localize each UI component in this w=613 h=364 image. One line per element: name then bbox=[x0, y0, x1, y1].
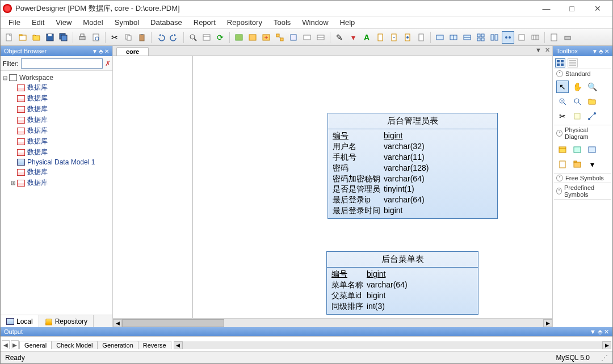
edit-icon[interactable]: ✎ bbox=[333, 31, 346, 44]
reference-tool-icon[interactable] bbox=[586, 143, 598, 156]
entity-table[interactable]: 后台菜单表编号bigint菜单名称varchar(64)父菜单idbigint同… bbox=[326, 251, 478, 315]
paste-icon[interactable] bbox=[136, 31, 148, 44]
tb-btn-17[interactable] bbox=[502, 31, 514, 44]
open-icon[interactable] bbox=[30, 31, 43, 44]
menu-window[interactable]: Window bbox=[296, 17, 334, 28]
output-tab-reverse[interactable]: Reverse bbox=[138, 341, 171, 349]
panel-pin-icon[interactable]: ⬘ bbox=[99, 48, 103, 54]
close-button[interactable]: ✕ bbox=[585, 1, 610, 16]
properties-icon[interactable] bbox=[200, 31, 213, 44]
panel-close-icon[interactable]: ✕ bbox=[104, 48, 109, 54]
panel-dropdown-icon[interactable]: ▼ bbox=[92, 48, 98, 54]
cut-tool-icon[interactable]: ✂ bbox=[556, 110, 569, 122]
zoom-in-icon[interactable]: 🔍 bbox=[586, 81, 598, 93]
tree-node-db[interactable]: 数据库 bbox=[2, 115, 111, 125]
toolbox-pin-icon[interactable]: ⬘ bbox=[599, 48, 603, 54]
package-tool-icon[interactable] bbox=[571, 158, 583, 171]
resize-grip-icon[interactable]: ⋰ bbox=[601, 354, 608, 362]
find-icon[interactable] bbox=[187, 31, 199, 44]
tree-node-db[interactable]: ⊞数据库 bbox=[2, 177, 111, 188]
table-tool-icon[interactable] bbox=[556, 143, 569, 156]
text-icon[interactable]: A bbox=[360, 31, 373, 44]
menu-edit[interactable]: Edit bbox=[26, 17, 50, 28]
tree-node-db[interactable]: 数据库 bbox=[2, 125, 111, 136]
tb-btn-15[interactable] bbox=[475, 31, 487, 44]
tb-btn-19[interactable] bbox=[529, 31, 541, 44]
tb-btn-4[interactable] bbox=[274, 31, 286, 44]
tree-node-db[interactable]: 数据库 bbox=[2, 147, 111, 158]
toolbox-view-grid-icon[interactable] bbox=[555, 58, 565, 67]
menu-file[interactable]: File bbox=[3, 17, 26, 28]
print-preview-icon[interactable] bbox=[90, 31, 102, 44]
toolbox-section-physical[interactable]: ˄Physical Diagram bbox=[554, 125, 611, 141]
toolbox-close-icon[interactable]: ✕ bbox=[604, 48, 609, 54]
tree-node-db[interactable]: 数据库 bbox=[2, 136, 111, 147]
doc-tab-close-icon[interactable]: ✕ bbox=[545, 46, 550, 54]
menu-help[interactable]: Help bbox=[334, 17, 361, 28]
tb-btn-14[interactable] bbox=[461, 31, 473, 44]
menu-repository[interactable]: Repository bbox=[221, 17, 268, 28]
tb-btn-5[interactable] bbox=[287, 31, 300, 44]
tb-btn-12[interactable] bbox=[434, 31, 446, 44]
tb-btn-20[interactable] bbox=[548, 31, 560, 44]
refresh-icon[interactable]: ⟳ bbox=[214, 31, 226, 44]
doc-tab-dropdown-icon[interactable]: ▼ bbox=[535, 46, 541, 54]
scroll-left-icon[interactable]: ◀ bbox=[113, 319, 122, 327]
scroll-right-icon[interactable]: ▶ bbox=[543, 319, 552, 327]
tree-node-db[interactable]: 数据库 bbox=[2, 104, 111, 115]
pointer-tool-icon[interactable]: ↖ bbox=[556, 81, 569, 93]
menu-database[interactable]: Database bbox=[145, 17, 188, 28]
tb-btn-2[interactable] bbox=[246, 31, 259, 44]
toolbox-section-free[interactable]: ˅Free Symbols bbox=[554, 173, 611, 183]
filter-clear-icon[interactable]: ✗ bbox=[105, 58, 111, 69]
tree-node-pdm[interactable]: Physical Data Model 1 bbox=[2, 158, 111, 167]
copy-icon[interactable] bbox=[122, 31, 135, 44]
tb-btn-13[interactable] bbox=[447, 31, 460, 44]
new-icon[interactable] bbox=[3, 31, 15, 44]
output-tab-next-icon[interactable]: ▶ bbox=[11, 340, 19, 349]
output-tab-general[interactable]: General bbox=[19, 341, 52, 349]
tb-btn-21[interactable] bbox=[561, 31, 574, 44]
tb-btn-9[interactable] bbox=[388, 31, 400, 44]
arrow-down-icon[interactable]: ▾ bbox=[347, 31, 359, 44]
tree-root[interactable]: ⊟ Workspace bbox=[2, 73, 111, 82]
tb-btn-8[interactable] bbox=[374, 31, 387, 44]
toolbox-section-standard[interactable]: ˄Standard bbox=[554, 69, 611, 78]
doc-tab-core[interactable]: core bbox=[116, 47, 149, 56]
menu-symbol[interactable]: Symbol bbox=[109, 17, 145, 28]
output-tab-check[interactable]: Check Model bbox=[51, 341, 98, 349]
minimize-button[interactable]: — bbox=[534, 1, 559, 16]
open-diagram-icon[interactable] bbox=[586, 95, 598, 108]
menu-report[interactable]: Report bbox=[188, 17, 221, 28]
maximize-button[interactable]: □ bbox=[559, 1, 585, 16]
tb-btn-11[interactable] bbox=[415, 31, 427, 44]
tb-btn-3[interactable] bbox=[260, 31, 272, 44]
output-close-icon[interactable]: ✕ bbox=[604, 328, 609, 335]
procedure-tool-icon[interactable] bbox=[556, 158, 569, 171]
output-tab-prev-icon[interactable]: ◀ bbox=[2, 340, 10, 349]
zoom-fit-icon[interactable] bbox=[571, 95, 583, 108]
canvas-h-scrollbar[interactable]: ◀ ▶ bbox=[113, 318, 552, 327]
tb-btn-7[interactable] bbox=[314, 31, 327, 44]
tree-node-db[interactable]: 数据库 bbox=[2, 82, 111, 93]
output-pin-icon[interactable]: ⬘ bbox=[598, 328, 602, 335]
print-icon[interactable] bbox=[76, 31, 89, 44]
save-icon[interactable] bbox=[44, 31, 56, 44]
zoom-out-icon[interactable] bbox=[556, 95, 569, 108]
cut-icon[interactable]: ✂ bbox=[108, 31, 121, 44]
hand-tool-icon[interactable]: ✋ bbox=[571, 81, 583, 93]
menu-model[interactable]: Model bbox=[77, 17, 108, 28]
more-tool-icon[interactable]: ▾ bbox=[586, 158, 598, 171]
tb-btn-16[interactable] bbox=[488, 31, 501, 44]
redo-icon[interactable] bbox=[168, 31, 180, 44]
object-tree[interactable]: ⊟ Workspace 数据库数据库数据库数据库数据库数据库数据库Physica… bbox=[1, 71, 112, 315]
tree-node-db[interactable]: 数据库 bbox=[2, 167, 111, 177]
view-tool-icon[interactable] bbox=[571, 143, 583, 156]
tb-btn-1[interactable] bbox=[233, 31, 245, 44]
filter-input[interactable] bbox=[21, 58, 103, 69]
tree-node-db[interactable]: 数据库 bbox=[2, 93, 111, 104]
entity-table[interactable]: 后台管理员表编号bigint用户名varchar(32)手机号varchar(1… bbox=[328, 113, 498, 219]
tab-repository[interactable]: Repository bbox=[39, 315, 94, 327]
output-tab-generation[interactable]: Generation bbox=[97, 341, 138, 349]
output-scrollbar[interactable]: ◀▶ bbox=[174, 341, 611, 350]
